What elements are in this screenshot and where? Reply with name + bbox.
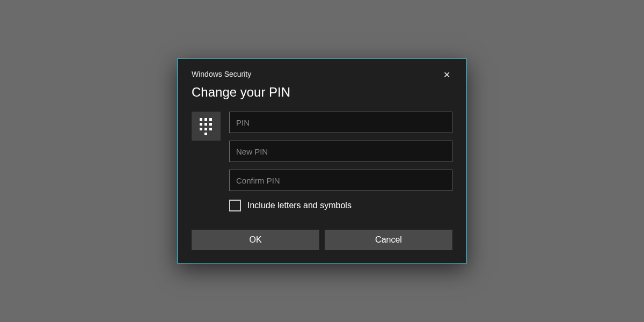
dialog-heading: Change your PIN xyxy=(192,85,452,100)
current-pin-input[interactable] xyxy=(229,112,452,133)
svg-rect-3 xyxy=(200,123,202,126)
close-button[interactable]: ✕ xyxy=(441,70,452,80)
fields-column: Include letters and symbols xyxy=(229,112,452,211)
cancel-button[interactable]: Cancel xyxy=(325,230,452,250)
close-icon: ✕ xyxy=(443,70,450,79)
dialog-title: Windows Security xyxy=(192,70,251,78)
svg-rect-8 xyxy=(209,128,212,130)
form-body: Include letters and symbols xyxy=(192,112,452,211)
include-letters-label: Include letters and symbols xyxy=(247,201,352,210)
include-letters-checkbox[interactable] xyxy=(229,200,241,211)
svg-rect-7 xyxy=(204,128,207,130)
ok-button[interactable]: OK xyxy=(192,230,319,250)
svg-rect-1 xyxy=(204,118,207,121)
svg-rect-5 xyxy=(209,123,212,126)
windows-security-dialog: Windows Security ✕ Change your PIN xyxy=(177,58,467,264)
confirm-pin-input[interactable] xyxy=(229,170,452,191)
svg-rect-0 xyxy=(200,118,202,121)
button-row: OK Cancel xyxy=(192,230,452,250)
svg-rect-6 xyxy=(200,128,202,130)
keypad-icon xyxy=(192,112,221,141)
svg-rect-4 xyxy=(204,123,207,126)
dialog-header: Windows Security ✕ xyxy=(192,70,452,80)
include-letters-row[interactable]: Include letters and symbols xyxy=(229,200,452,211)
svg-rect-2 xyxy=(209,118,212,121)
svg-rect-9 xyxy=(204,133,207,135)
new-pin-input[interactable] xyxy=(229,141,452,162)
